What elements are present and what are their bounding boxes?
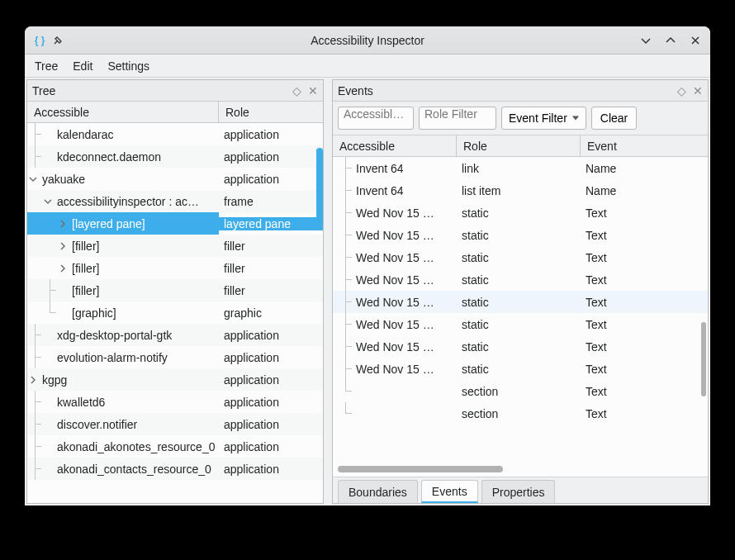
tree-row[interactable]: kalendaracapplication [27, 123, 323, 145]
event-type: Text [581, 363, 708, 376]
pin-icon[interactable] [51, 34, 64, 47]
tree-item-label: evolution-alarm-notify [55, 351, 168, 364]
event-role: static [457, 363, 581, 376]
filter-bar: Accessibl… Role Filter Event Filter Clea… [333, 102, 708, 135]
event-role: static [457, 318, 581, 331]
chevron-right-icon[interactable] [57, 240, 69, 252]
tree-row[interactable]: kgpgapplication [27, 368, 323, 391]
events-hscrollbar[interactable] [338, 463, 703, 475]
maximize-button[interactable] [664, 34, 677, 47]
event-type: Text [581, 407, 708, 420]
event-filter-select[interactable]: Event Filter [501, 107, 586, 130]
tree-row[interactable]: [filler]filler [27, 235, 323, 257]
event-role: static [457, 229, 581, 242]
event-accessible: Invent 64 [356, 184, 404, 197]
close-pane-icon[interactable]: ✕ [693, 84, 703, 97]
event-role: section [457, 407, 581, 420]
tree-scrollbar[interactable] [316, 148, 323, 230]
tab-boundaries[interactable]: Boundaries [338, 480, 418, 503]
event-row[interactable]: sectionText [333, 380, 708, 402]
tree-row[interactable]: accessibilityinspector : ac…frame [27, 190, 323, 212]
tree-row[interactable]: [filler]filler [27, 257, 323, 279]
bottom-tabs: Boundaries Events Properties [333, 477, 708, 503]
tree-item-role: application [219, 351, 323, 364]
tree-row[interactable]: evolution-alarm-notifyapplication [27, 346, 323, 368]
event-row[interactable]: Wed Nov 15 …staticText [333, 202, 708, 224]
menu-settings[interactable]: Settings [107, 59, 149, 73]
event-row[interactable]: sectionText [333, 402, 708, 425]
event-type: Text [581, 296, 708, 309]
tree-row[interactable]: [filler]filler [27, 279, 323, 301]
tree-row[interactable]: [graphic]graphic [27, 301, 323, 324]
event-row[interactable]: Wed Nov 15 …staticText [333, 335, 708, 358]
event-row[interactable]: Wed Nov 15 …staticText [333, 358, 708, 380]
event-role: static [457, 340, 581, 354]
tree-row[interactable]: discover.notifierapplication [27, 413, 323, 435]
tree-row[interactable]: akonadi_contacts_resource_0application [27, 458, 323, 480]
event-type: Name [581, 162, 708, 175]
chevron-right-icon[interactable] [57, 218, 69, 230]
tab-properties[interactable]: Properties [481, 480, 556, 503]
tree-row[interactable]: akonadi_akonotes_resource_0application [27, 435, 323, 458]
event-accessible: Wed Nov 15 … [356, 206, 434, 220]
tree-row[interactable]: kdeconnect.daemonapplication [27, 145, 323, 168]
col-role[interactable]: Role [219, 102, 323, 122]
clear-button[interactable]: Clear [591, 107, 637, 130]
tree-item-label: [layered pane] [70, 217, 145, 230]
events-body[interactable]: Invent 64linkNameInvent 64list itemNameW… [333, 157, 708, 460]
accessible-filter-input[interactable]: Accessibl… [338, 107, 414, 130]
event-row[interactable]: Wed Nov 15 …staticText [333, 268, 708, 291]
role-filter-input[interactable]: Role Filter [419, 107, 496, 130]
event-row[interactable]: Wed Nov 15 …staticText [333, 246, 708, 268]
col-ev-role[interactable]: Role [457, 135, 581, 156]
event-accessible: Wed Nov 15 … [356, 229, 434, 242]
close-button[interactable] [689, 34, 702, 47]
tree-body[interactable]: kalendaracapplicationkdeconnect.daemonap… [27, 123, 323, 503]
tree-item-label: yakuake [40, 173, 85, 186]
tree-item-label: kdeconnect.daemon [55, 150, 161, 164]
chevron-right-icon[interactable] [57, 263, 69, 274]
event-row[interactable]: Invent 64list itemName [333, 179, 708, 202]
event-role: link [457, 162, 581, 175]
chevron-right-icon[interactable] [27, 374, 39, 386]
tree-item-label: kgpg [40, 373, 67, 387]
minimize-button[interactable] [639, 34, 652, 47]
tab-events[interactable]: Events [421, 480, 478, 503]
titlebar[interactable]: { } Accessibility Inspector [25, 26, 710, 55]
undock-icon[interactable]: ◇ [292, 84, 301, 97]
tree-item-label: [filler] [70, 262, 99, 275]
tree-row[interactable]: xdg-desktop-portal-gtkapplication [27, 324, 323, 346]
tree-pane: Tree ◇ ✕ Accessible Role kalendaracappli… [26, 79, 324, 504]
col-ev-accessible[interactable]: Accessible [333, 135, 457, 156]
events-scrollbar[interactable] [701, 322, 706, 396]
tree-branch-icon [42, 396, 54, 408]
event-row[interactable]: Invent 64linkName [333, 157, 708, 179]
col-ev-event[interactable]: Event [581, 135, 708, 156]
menu-edit[interactable]: Edit [73, 59, 92, 73]
event-row[interactable]: Wed Nov 15 …staticText [333, 291, 708, 313]
event-type: Name [581, 184, 708, 197]
tree-item-label: accessibilityinspector : ac… [55, 195, 199, 208]
close-pane-icon[interactable]: ✕ [308, 84, 318, 97]
col-accessible[interactable]: Accessible [27, 102, 219, 122]
event-row[interactable]: Wed Nov 15 …staticText [333, 224, 708, 246]
tree-branch-icon [42, 352, 54, 363]
tree-column-headers: Accessible Role [27, 102, 323, 123]
tree-row[interactable]: kwalletd6application [27, 391, 323, 413]
tree-row[interactable]: [layered pane]layered pane [27, 212, 323, 235]
tree-item-role: layered pane [219, 217, 323, 230]
chevron-down-icon[interactable] [27, 173, 39, 185]
event-row[interactable]: Wed Nov 15 …staticText [333, 313, 708, 335]
event-accessible: Wed Nov 15 … [356, 363, 434, 376]
menu-tree[interactable]: Tree [35, 59, 58, 73]
event-role: list item [457, 184, 581, 197]
event-role: static [457, 296, 581, 309]
tree-branch-icon [57, 285, 69, 297]
event-role: static [457, 273, 581, 287]
event-role: section [457, 385, 581, 398]
tree-branch-icon [42, 129, 54, 140]
app-icon: { } [33, 34, 46, 47]
tree-row[interactable]: yakuakeapplication [27, 168, 323, 190]
undock-icon[interactable]: ◇ [677, 84, 686, 97]
chevron-down-icon[interactable] [42, 196, 54, 207]
